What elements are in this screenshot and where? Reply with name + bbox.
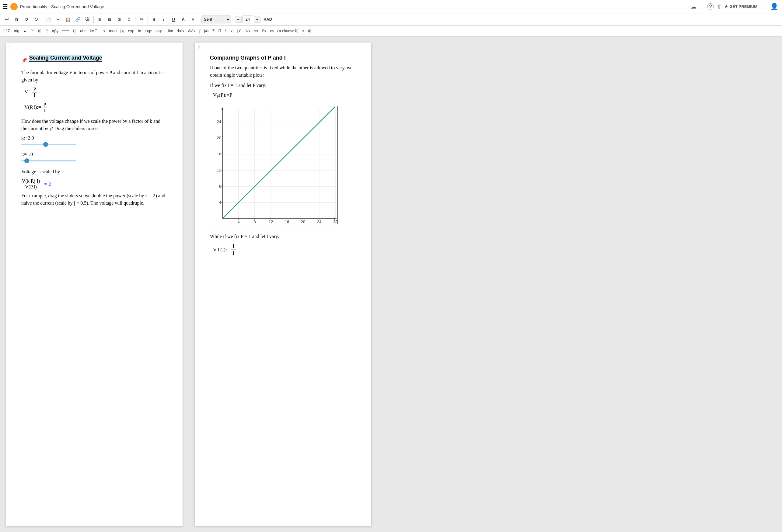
curly-btn[interactable]: {: bbox=[43, 28, 50, 34]
font-size-increase[interactable]: + bbox=[254, 16, 260, 23]
tb-icon4[interactable]: ⊡ bbox=[125, 15, 133, 24]
exp-btn[interactable]: exp bbox=[127, 28, 136, 34]
j-track bbox=[21, 160, 76, 161]
vp-sub: P bbox=[217, 94, 219, 99]
ddx-btn[interactable]: d/dx bbox=[175, 28, 186, 34]
delete-button[interactable]: 🗑 bbox=[12, 15, 21, 24]
matrix-btn[interactable]: ⊞ bbox=[37, 28, 43, 34]
premium-button[interactable]: ★ GET PREMIUM bbox=[724, 4, 757, 9]
greek-btn[interactable]: αβγ bbox=[50, 28, 60, 34]
page-2: 2 Comparing Graphs of P and I If one of … bbox=[195, 43, 371, 526]
star-icon: ★ bbox=[724, 4, 728, 9]
help-icon[interactable]: ? bbox=[707, 3, 714, 10]
font-select[interactable]: Serif Sans-serif Monospace bbox=[201, 15, 231, 24]
font-size-decrease[interactable]: − bbox=[235, 16, 242, 23]
k-thumb[interactable] bbox=[43, 142, 48, 147]
share-icon[interactable]: ⇧ bbox=[716, 3, 723, 11]
undo-history-button[interactable]: ↩ bbox=[2, 15, 11, 24]
vpi-label: V(P,I):= bbox=[24, 104, 41, 110]
graph-wrapper: 4 8 12 16 20 24 28 4 8 12 16 20 24 bbox=[210, 102, 338, 229]
sum-btn[interactable]: Σ bbox=[211, 28, 216, 34]
tb-icon2[interactable]: ⊟ bbox=[105, 15, 114, 24]
vi-num: 1 bbox=[231, 243, 236, 250]
mod-btn[interactable]: mod bbox=[107, 28, 118, 34]
lim-btn[interactable]: lim bbox=[167, 28, 175, 34]
svg-text:8: 8 bbox=[253, 220, 256, 224]
bold-button[interactable]: B bbox=[150, 15, 158, 24]
svg-text:24: 24 bbox=[317, 220, 321, 224]
trig-btn[interactable]: trig bbox=[12, 28, 21, 34]
svg-text:24: 24 bbox=[217, 119, 221, 124]
svg-line-45 bbox=[222, 107, 335, 219]
svg-text:8: 8 bbox=[219, 184, 221, 188]
fix-i-text: If we fix I = 1 and let P vary: bbox=[210, 82, 356, 89]
font-color-button[interactable]: A bbox=[179, 15, 187, 24]
scroll-left-btn[interactable]: < bbox=[101, 28, 107, 34]
section-title[interactable]: Scaling Current and Voltage bbox=[29, 55, 102, 62]
more-menu-icon[interactable]: ⋮ bbox=[759, 3, 767, 11]
svg-marker-4 bbox=[221, 107, 224, 110]
underline-button[interactable]: U bbox=[169, 15, 178, 24]
binom-btn[interactable]: (n choose k) bbox=[276, 28, 300, 34]
grid-btn[interactable]: ⊟ bbox=[72, 28, 78, 34]
keyboard-btn[interactable]: ⊞ bbox=[307, 28, 313, 34]
j-thumb[interactable] bbox=[24, 158, 29, 163]
partial-btn[interactable]: ∂/∂x bbox=[186, 28, 197, 34]
tb-icon3[interactable]: ⊠ bbox=[115, 15, 123, 24]
app-logo: ∫ bbox=[10, 2, 18, 11]
k-slider[interactable] bbox=[21, 142, 76, 147]
floor-btn[interactable]: [x] bbox=[236, 28, 243, 34]
vp-rest: (P):=P bbox=[219, 92, 233, 98]
k-slider-container: k:=2.0 bbox=[21, 135, 167, 147]
abs-btn[interactable]: |x| bbox=[119, 28, 126, 34]
v-label: V= bbox=[24, 89, 31, 94]
cloud-icon[interactable]: ☁ bbox=[689, 3, 698, 11]
image-button[interactable]: 🖼 bbox=[83, 15, 92, 24]
voltage-num: V(k·P,j·I) bbox=[21, 179, 40, 184]
copy-doc-button[interactable]: 📄 bbox=[44, 15, 52, 24]
defint-btn[interactable]: ∫ab bbox=[203, 28, 210, 34]
list-button[interactable]: ≡ bbox=[189, 15, 197, 24]
svg-text:12: 12 bbox=[217, 168, 221, 173]
menu-icon[interactable]: ☰ bbox=[2, 3, 8, 10]
font-size-input[interactable] bbox=[242, 15, 253, 24]
user-avatar[interactable]: 👤 bbox=[769, 2, 780, 11]
ime-btn[interactable]: IME bbox=[88, 28, 99, 34]
ln-btn[interactable]: ln bbox=[137, 28, 143, 34]
denominator-i: I bbox=[33, 92, 36, 98]
j-slider[interactable] bbox=[21, 158, 76, 163]
triangle-btn[interactable]: ▲ bbox=[22, 28, 29, 34]
abs2-btn[interactable]: |x| bbox=[228, 28, 235, 34]
recip-btn[interactable]: 1/x bbox=[243, 28, 252, 34]
voltage-section: Voltage is scaled by V(k·P,j·I) V(P,I) =… bbox=[21, 168, 167, 190]
scissors-button[interactable]: ✂ bbox=[54, 15, 62, 24]
tb-icon1[interactable]: ⊞ bbox=[96, 15, 104, 24]
undo-button[interactable]: ↺ bbox=[22, 15, 30, 24]
scroll-right-btn[interactable]: > bbox=[300, 28, 306, 34]
italic-button[interactable]: I bbox=[159, 15, 168, 24]
pencil-button[interactable]: ✏ bbox=[137, 15, 146, 24]
log2-btn[interactable]: log2 bbox=[143, 28, 153, 34]
integral-btn[interactable]: f ∫ Σ bbox=[2, 28, 11, 34]
abc-btn[interactable]: abc bbox=[78, 28, 88, 34]
int-btn[interactable]: ∫ bbox=[198, 28, 202, 34]
j-label: j:=1.0 bbox=[21, 152, 167, 157]
fraction-p-i: P I bbox=[32, 87, 37, 98]
link-button[interactable]: 🔗 bbox=[73, 15, 82, 24]
bracket-btn[interactable]: [·] bbox=[29, 28, 36, 34]
power-btn[interactable]: xa bbox=[269, 28, 275, 34]
prod-btn[interactable]: Π bbox=[217, 28, 222, 34]
cbrt-btn[interactable]: ∛x bbox=[260, 28, 268, 34]
log10-btn[interactable]: log10 bbox=[154, 28, 166, 34]
paste-button[interactable]: 📋 bbox=[64, 15, 72, 24]
formula-vpi: V(P,I):= P I bbox=[24, 102, 167, 113]
fact-btn[interactable]: ! bbox=[223, 28, 227, 34]
separator2 bbox=[94, 16, 94, 23]
vi-frac: 1 I bbox=[231, 243, 236, 256]
sqrt-btn[interactable]: √x bbox=[253, 28, 260, 34]
svg-text:12: 12 bbox=[269, 220, 273, 224]
graph-container[interactable]: 4 8 12 16 20 24 28 4 8 12 16 20 24 bbox=[210, 106, 338, 224]
svg-text:16: 16 bbox=[285, 220, 289, 224]
redo-button[interactable]: ↻ bbox=[32, 15, 40, 24]
line-btn[interactable]: ━━━ bbox=[61, 28, 71, 34]
